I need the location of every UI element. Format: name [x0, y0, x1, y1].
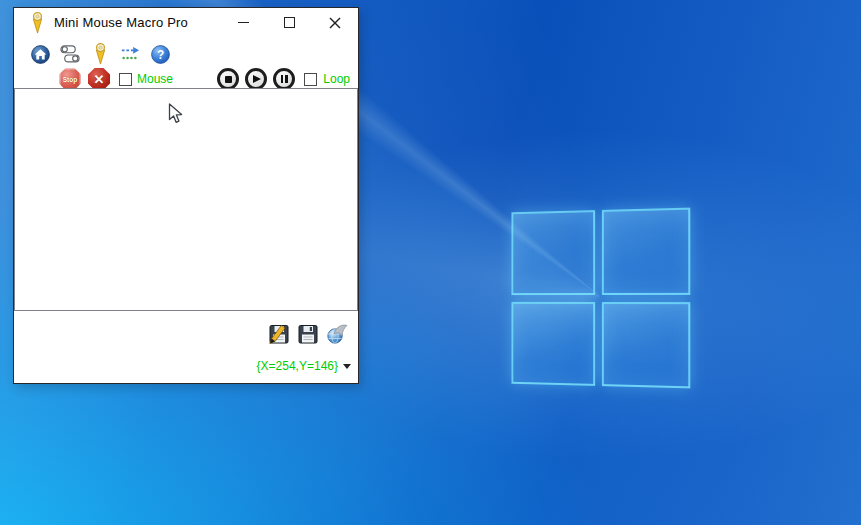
stop-playback-button[interactable] [217, 68, 239, 90]
window-title: Mini Mouse Macro Pro [54, 15, 188, 30]
pause-icon [281, 75, 288, 83]
loop-checkbox-label: Loop [323, 72, 350, 86]
help-button[interactable]: ? [150, 42, 170, 66]
clear-x-icon: ✕ [88, 68, 110, 90]
caption-buttons [220, 8, 358, 37]
mini-mouse-macro-window: Mini Mouse Macro Pro [13, 7, 359, 384]
chevron-down-icon [343, 364, 351, 369]
mouse-checkbox[interactable] [119, 73, 132, 86]
pause-button[interactable] [273, 68, 295, 90]
stop-playback-icon [225, 76, 232, 83]
clear-button[interactable]: ✕ [88, 68, 110, 90]
windows-logo-pane [602, 208, 690, 295]
close-button[interactable] [312, 8, 358, 37]
stop-sign-label: Stop [63, 76, 77, 83]
app-pin-icon [30, 12, 45, 34]
insert-action-arrow-icon [120, 45, 140, 63]
mouse-cursor [168, 103, 183, 125]
loop-checkbox[interactable] [304, 73, 317, 86]
save-button[interactable] [296, 322, 320, 346]
insert-action-button[interactable] [120, 42, 140, 66]
pin-button[interactable] [90, 42, 110, 66]
windows-logo [506, 210, 691, 386]
minimize-button[interactable] [220, 8, 266, 37]
home-button[interactable] [30, 42, 50, 66]
coordinates-text: {X=254,Y=146} [257, 359, 338, 373]
stop-sign-icon: Stop [59, 68, 81, 90]
edit-save-button[interactable] [267, 322, 291, 346]
pin-icon [93, 43, 108, 65]
windows-logo-pane [602, 302, 690, 389]
record-button[interactable] [30, 68, 52, 90]
stop-record-button[interactable]: Stop [59, 68, 81, 90]
toolbar: ? [30, 42, 358, 66]
windows-logo-pane [511, 210, 595, 295]
edit-save-icon [267, 322, 291, 346]
macro-toggles-button[interactable] [60, 42, 80, 66]
maximize-button[interactable] [266, 8, 312, 37]
windows-logo-pane [511, 301, 595, 386]
macro-toggles-icon [60, 44, 80, 64]
minimize-icon [238, 22, 249, 23]
play-button[interactable] [245, 68, 267, 90]
close-icon [329, 17, 341, 29]
mouse-checkbox-label: Mouse [137, 72, 173, 86]
svg-text:?: ? [156, 47, 163, 61]
web-upload-icon [325, 322, 349, 346]
help-icon: ? [151, 45, 170, 64]
titlebar[interactable]: Mini Mouse Macro Pro [14, 8, 358, 37]
clear-x-glyph: ✕ [94, 73, 105, 86]
home-icon [31, 45, 50, 64]
desktop-wallpaper: Mini Mouse Macro Pro [0, 0, 861, 525]
macro-event-list[interactable] [14, 88, 358, 311]
web-upload-button[interactable] [325, 322, 349, 346]
play-icon [253, 75, 261, 83]
coordinates-dropdown[interactable]: {X=254,Y=146} [257, 359, 351, 373]
maximize-icon [284, 17, 295, 28]
playback-group: Loop [217, 68, 350, 90]
footer-icons [267, 322, 349, 346]
save-icon [296, 322, 320, 346]
